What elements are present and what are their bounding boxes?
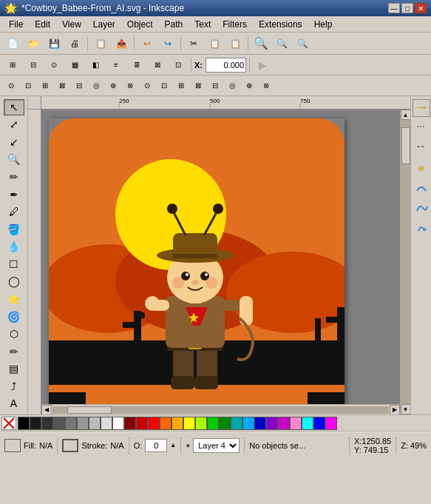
menu-extensions[interactable]: Extensions — [253, 18, 308, 31]
color-swatch[interactable] — [53, 417, 65, 430]
print-button[interactable]: 🖨 — [65, 35, 84, 53]
menu-text[interactable]: Text — [189, 18, 217, 31]
drawing-area[interactable]: ▲ ▼ — [41, 110, 410, 414]
menu-file[interactable]: File — [3, 18, 29, 31]
star-tool[interactable]: ⭐ — [4, 291, 24, 307]
layer-dropdown[interactable]: Layer 4 Layer 3 Layer 2 Layer 1 — [193, 438, 240, 453]
tb2-btn7[interactable]: ≣ — [127, 56, 146, 74]
hscroll-track[interactable] — [52, 406, 389, 414]
vscroll-track[interactable] — [401, 120, 411, 404]
rt-btn6[interactable] — [413, 199, 430, 217]
color-swatch[interactable] — [278, 417, 290, 430]
color-swatch[interactable] — [77, 417, 89, 430]
tb2-btn8[interactable]: ⊠ — [148, 56, 167, 74]
rt-btn5[interactable] — [413, 179, 430, 197]
poly-tool[interactable]: ⬡ — [4, 326, 24, 342]
spiral-tool[interactable]: 🌀 — [4, 309, 24, 325]
color-swatch[interactable] — [313, 417, 325, 430]
connector-tool[interactable]: ⤴ — [4, 378, 24, 394]
tb2-btn3[interactable]: ⊙ — [44, 56, 64, 74]
menu-path[interactable]: Path — [159, 18, 189, 31]
open-button[interactable]: 📁 — [24, 35, 43, 53]
color-swatch[interactable] — [231, 417, 242, 430]
color-swatch[interactable] — [290, 417, 302, 430]
color-swatch[interactable] — [195, 417, 207, 430]
color-swatch[interactable] — [242, 417, 254, 430]
circle-tool[interactable]: ◯ — [4, 274, 24, 290]
hscroll-thumb[interactable] — [67, 406, 112, 414]
menu-filters[interactable]: Filters — [217, 18, 253, 31]
vscroll-down[interactable]: ▼ — [401, 404, 411, 414]
import-button[interactable]: 📋 — [91, 35, 110, 53]
gradient-tool[interactable]: ▤ — [4, 360, 24, 377]
tb2-btn5[interactable]: ◧ — [86, 56, 105, 74]
pen-tool[interactable]: ✒ — [4, 187, 24, 203]
minimize-button[interactable]: — — [388, 3, 400, 13]
vscroll-thumb[interactable] — [401, 127, 410, 164]
opacity-stepper-up[interactable]: ▲ — [170, 442, 176, 448]
zoom-tool[interactable]: 🔍 — [4, 152, 24, 168]
tb2-btn1[interactable]: ⊞ — [3, 56, 22, 74]
node-tool[interactable]: ⤢ — [4, 117, 24, 133]
menu-view[interactable]: View — [56, 18, 87, 31]
color-swatch[interactable] — [172, 417, 183, 430]
maximize-button[interactable]: □ — [401, 3, 413, 13]
snap-btn7[interactable]: ⊕ — [105, 78, 121, 94]
hscroll-left[interactable]: ◀ — [41, 405, 52, 415]
snap-btn8[interactable]: ⊗ — [122, 78, 138, 94]
snap-btn3[interactable]: ⊞ — [37, 78, 53, 94]
snap-btn14[interactable]: ◎ — [224, 78, 240, 94]
color-swatch[interactable] — [219, 417, 231, 430]
color-swatch[interactable] — [41, 417, 53, 430]
zoom-in-button[interactable]: 🔍 — [251, 35, 271, 53]
menu-layer[interactable]: Layer — [87, 18, 121, 31]
paint2-tool[interactable]: ✏ — [4, 343, 24, 360]
rect-tool[interactable]: ☐ — [4, 256, 24, 272]
cut-button[interactable]: ✂ — [184, 35, 203, 53]
tb2-btn2[interactable]: ⊟ — [24, 56, 43, 74]
menu-help[interactable]: Help — [308, 18, 339, 31]
menu-edit[interactable]: Edit — [29, 18, 56, 31]
redo-button[interactable]: ↪ — [158, 35, 177, 53]
x-coord-input[interactable] — [206, 58, 246, 73]
snap-btn15[interactable]: ⊕ — [241, 78, 257, 94]
new-button[interactable]: 📄 — [3, 35, 22, 53]
color-swatch[interactable] — [183, 417, 195, 430]
color-swatch[interactable] — [101, 417, 112, 430]
select-tool[interactable]: ↖ — [4, 99, 24, 115]
color-swatch[interactable] — [18, 417, 30, 430]
close-button[interactable]: ✕ — [415, 3, 427, 13]
color-swatch[interactable] — [89, 417, 101, 430]
snap-btn5[interactable]: ⊟ — [71, 78, 87, 94]
rt-btn2[interactable] — [413, 119, 430, 137]
rt-btn4[interactable]: ⊕ — [413, 159, 430, 177]
color-swatch[interactable] — [65, 417, 77, 430]
color-swatch[interactable] — [30, 417, 41, 430]
snap-btn13[interactable]: ⊟ — [207, 78, 223, 94]
tb2-btn6[interactable]: ≡ — [106, 56, 126, 74]
zoom-out-button[interactable]: 🔍 — [272, 35, 291, 53]
undo-button[interactable]: ↩ — [138, 35, 157, 53]
snap-btn6[interactable]: ◎ — [88, 78, 104, 94]
color-swatch[interactable] — [302, 417, 313, 430]
rt-btn3[interactable] — [413, 139, 430, 157]
paint-tool[interactable]: 🪣 — [4, 221, 24, 238]
tweak-tool[interactable]: ↙ — [4, 134, 24, 150]
opacity-input[interactable] — [145, 439, 167, 452]
zoom-fit-button[interactable]: 🔍 — [293, 35, 312, 53]
color-swatch[interactable] — [112, 417, 124, 430]
snap-btn9[interactable]: ⊙ — [139, 78, 155, 94]
color-swatch[interactable] — [325, 417, 337, 430]
vscroll-up[interactable]: ▲ — [401, 110, 411, 120]
rt-btn1[interactable]: ⭢ — [413, 99, 430, 117]
tb2-btn4[interactable]: ▦ — [65, 56, 84, 74]
canvas-area[interactable]: 250 500 750 — [28, 96, 410, 414]
color-swatch[interactable] — [207, 417, 219, 430]
snap-btn1[interactable]: ⊙ — [3, 78, 19, 94]
paste-button[interactable]: 📋 — [225, 35, 245, 53]
color-swatch[interactable] — [124, 417, 136, 430]
hscrollbar[interactable]: ◀ ▶ — [41, 404, 400, 414]
no-color-button[interactable] — [1, 417, 16, 430]
fill-color-box[interactable] — [4, 439, 21, 452]
copy-button[interactable]: 📋 — [205, 35, 224, 53]
